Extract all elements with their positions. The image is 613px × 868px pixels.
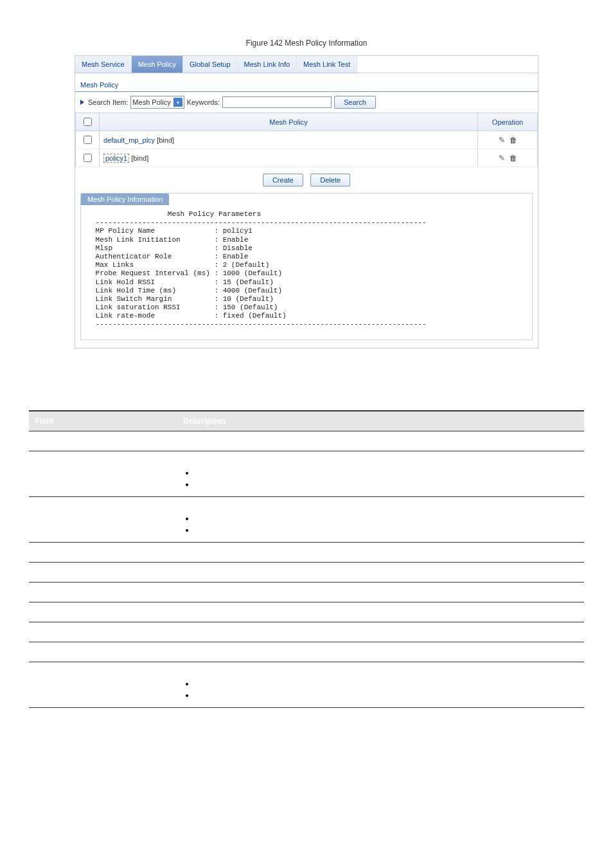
- tab-mesh-link-test[interactable]: Mesh Link Test: [297, 56, 357, 73]
- desc-header-desc: Description: [177, 411, 584, 431]
- tab-bar: Mesh Service Mesh Policy Global Setup Me…: [75, 56, 538, 73]
- info-panel: Mesh Policy Information Mesh Policy Para…: [80, 193, 533, 340]
- info-tab-label: Mesh Policy Information: [81, 194, 169, 205]
- desc-value: Mesh link rate mode:fixed.real-time.: [177, 662, 584, 707]
- header-policy: Mesh Policy: [100, 113, 478, 131]
- header-checkbox[interactable]: [76, 113, 100, 131]
- desc-field: Link Switch Margin: [29, 622, 177, 642]
- table-row: policy1 [bind]: [76, 149, 538, 167]
- policy-link[interactable]: policy1: [103, 154, 129, 163]
- table-caption: Table 40 Mesh policy information page: [29, 396, 584, 405]
- desc-field: Link Rate Mode: [29, 662, 177, 707]
- search-button[interactable]: Search: [334, 96, 376, 109]
- desc-value: Mesh link hold RSSI.: [177, 582, 584, 602]
- desc-row: Link Hold RSSIMesh link hold RSSI.: [29, 582, 584, 602]
- row-checkbox[interactable]: [84, 154, 92, 162]
- policy-link[interactable]: default_mp_plcy: [103, 136, 155, 144]
- desc-row: MlspWhether to enable MLSP:Enable.Disabl…: [29, 496, 584, 542]
- bind-label: [bind]: [157, 136, 174, 144]
- desc-value: Mesh link switch margin.: [177, 622, 584, 642]
- desc-row: Max LinksMaximum number of links.: [29, 542, 584, 562]
- keywords-label: Keywords:: [187, 98, 220, 106]
- desc-row: Link Hold TimeMesh link hold time.: [29, 602, 584, 622]
- desc-field: Link Hold RSSI: [29, 582, 177, 602]
- triangle-icon: [80, 100, 84, 105]
- search-row: Search Item: Mesh Policy ▾ Keywords: Sea…: [75, 92, 538, 113]
- desc-row: MP Policy NameMesh policy name.: [29, 431, 584, 451]
- delete-icon[interactable]: [509, 136, 518, 145]
- screenshot-panel: Mesh Service Mesh Policy Global Setup Me…: [75, 55, 538, 348]
- tab-mesh-service[interactable]: Mesh Service: [75, 56, 132, 73]
- desc-row: Probe Request IntervalProbe request inte…: [29, 562, 584, 582]
- desc-value: Whether to initiate mesh link establishm…: [177, 451, 584, 496]
- info-body: Mesh Policy Parameters -----------------…: [81, 205, 532, 339]
- search-label: Search Item:: [88, 98, 128, 106]
- desc-value: Whether to enable MLSP:Enable.Disable.: [177, 496, 584, 542]
- tab-mesh-policy[interactable]: Mesh Policy: [132, 56, 183, 73]
- keywords-input[interactable]: [222, 96, 332, 108]
- bind-label: [bind]: [131, 154, 148, 162]
- desc-value: Maximum number of links.: [177, 542, 584, 562]
- desc-row: Link Rate ModeMesh link rate mode:fixed.…: [29, 662, 584, 707]
- desc-field: Link saturation RSSI: [29, 642, 177, 662]
- create-button[interactable]: Create: [263, 174, 303, 186]
- table-row: default_mp_plcy [bind]: [76, 131, 538, 149]
- select-all-checkbox[interactable]: [84, 118, 92, 126]
- desc-value: Probe request interval.: [177, 562, 584, 582]
- delete-button[interactable]: Delete: [310, 174, 350, 186]
- tab-global-setup[interactable]: Global Setup: [183, 56, 238, 73]
- section-title: Mesh Policy: [75, 73, 538, 92]
- desc-value: Mesh link saturation RSSI.: [177, 642, 584, 662]
- desc-row: Link Switch MarginMesh link switch margi…: [29, 622, 584, 642]
- desc-field: Max Links: [29, 542, 177, 562]
- tab-mesh-link-info[interactable]: Mesh Link Info: [238, 56, 298, 73]
- intro-text: Return to Mesh policy configuration.: [29, 368, 584, 377]
- search-select[interactable]: Mesh Policy ▾: [130, 96, 184, 109]
- search-select-value: Mesh Policy: [132, 98, 170, 106]
- desc-field: Mlsp: [29, 496, 177, 542]
- desc-value: Mesh link hold time.: [177, 602, 584, 622]
- delete-icon[interactable]: [509, 154, 518, 163]
- desc-row: Mesh Link InitiationWhether to initiate …: [29, 451, 584, 496]
- desc-value: Mesh policy name.: [177, 431, 584, 451]
- desc-field: MP Policy Name: [29, 431, 177, 451]
- button-row: Create Delete: [75, 167, 538, 193]
- row-checkbox[interactable]: [84, 136, 92, 144]
- description-table: Field Description MP Policy NameMesh pol…: [29, 410, 584, 708]
- edit-icon[interactable]: [497, 136, 506, 145]
- policy-table: Mesh Policy Operation default_mp_plcy [b…: [75, 113, 538, 167]
- desc-field: Probe Request Interval: [29, 562, 177, 582]
- figure-label: Figure 142 Mesh Policy Information: [29, 39, 584, 48]
- header-operation: Operation: [478, 113, 538, 131]
- desc-field: Mesh Link Initiation: [29, 451, 177, 496]
- desc-header-field: Field: [29, 411, 177, 431]
- edit-icon[interactable]: [497, 154, 506, 163]
- desc-field: Link Hold Time: [29, 602, 177, 622]
- chevron-down-icon: ▾: [173, 98, 182, 107]
- desc-row: Link saturation RSSIMesh link saturation…: [29, 642, 584, 662]
